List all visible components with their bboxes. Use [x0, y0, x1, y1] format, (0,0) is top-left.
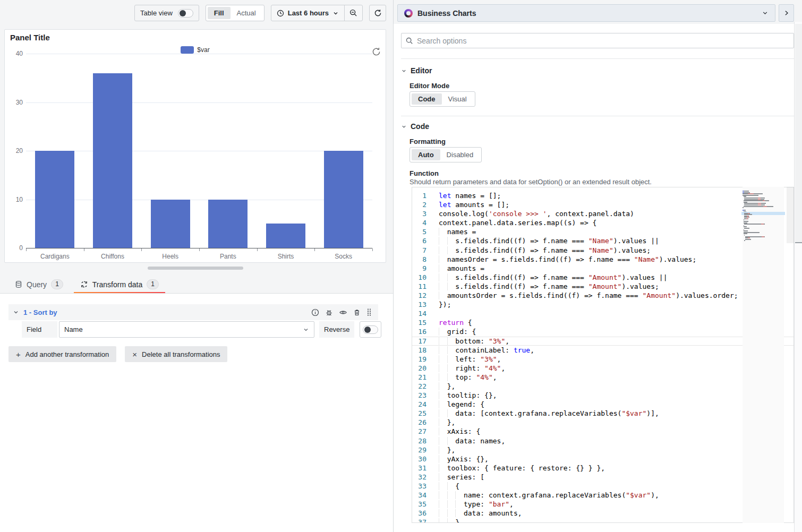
chevron-right-icon [783, 10, 790, 16]
panel-title: Panel Title [10, 33, 50, 42]
drag-handle-icon[interactable] [366, 308, 372, 316]
bar[interactable] [93, 73, 132, 248]
field-select[interactable]: Name [59, 321, 314, 338]
gridline [26, 54, 372, 54]
bar[interactable] [208, 200, 248, 248]
y-axis-tick-label: 20 [5, 147, 23, 155]
code-line: 5 names = [412, 227, 794, 236]
section-editor[interactable]: Editor [401, 66, 432, 75]
options-scrollbar[interactable] [794, 22, 802, 532]
formatting-auto[interactable]: Auto [412, 149, 440, 160]
trash-icon[interactable] [353, 308, 361, 316]
times-icon: × [132, 350, 137, 359]
reverse-toggle[interactable] [360, 321, 381, 338]
formatting-group: Auto Disabled [409, 147, 482, 162]
code-line: 27 xAxis: { [412, 427, 794, 436]
formatting-label: Formatting [409, 138, 446, 145]
time-range-button[interactable]: Last 6 hours [271, 5, 344, 21]
toggle-knob [180, 10, 186, 16]
zoom-out-button[interactable] [344, 5, 362, 21]
fill-button[interactable]: Fill [208, 7, 231, 19]
code-line: 14 [412, 309, 794, 318]
bar[interactable] [324, 151, 363, 248]
code-line: 30 yAxis: {}, [412, 454, 794, 464]
delete-all-transformations-button[interactable]: × Delete all transformations [125, 346, 227, 362]
eye-icon[interactable] [339, 308, 347, 316]
code-line: 19 left: "3%", [412, 355, 794, 364]
table-view-toggle[interactable]: Table view [134, 5, 199, 21]
actual-button[interactable]: Actual [231, 7, 262, 19]
transformation-title: 1 - Sort by [23, 308, 57, 316]
search-input[interactable] [417, 37, 789, 45]
refresh-button[interactable] [369, 5, 386, 21]
chevron-down-icon [401, 124, 407, 130]
x-axis-tick [372, 248, 373, 251]
code-line: 18 containLabel: true, [412, 346, 794, 355]
editor-scrollbar-thumb[interactable] [787, 187, 794, 243]
code-line: 32 series: [ [412, 473, 794, 482]
x-axis-tick [199, 248, 200, 251]
x-axis-label: Shirts [257, 253, 315, 260]
x-axis-label: Chiffons [84, 253, 142, 260]
legend-swatch [181, 46, 194, 54]
code-line: 8 namesOrder = s.fields.find((f) => f.na… [412, 255, 794, 264]
reverse-switch[interactable] [363, 325, 378, 334]
sort-by-options-row: Field Name Reverse [22, 321, 381, 338]
hscrollbar-thumb[interactable] [148, 267, 243, 270]
field-label: Field [22, 321, 57, 338]
code-line: 10 s.fields.find((f) => f.name === "Amou… [412, 273, 794, 282]
code-line: 16 grid: { [412, 327, 794, 336]
transformation-buttons: + Add another transformation × Delete al… [8, 346, 227, 362]
code-lines: 1let names = [];2let amounts = [];3conso… [412, 191, 794, 523]
chevron-down-icon [303, 327, 309, 333]
code-line: 34 name: context.grafana.replaceVariable… [412, 491, 794, 500]
options-search[interactable] [401, 33, 794, 48]
code-line: 24 legend: { [412, 400, 794, 409]
x-axis-label: Socks [314, 253, 372, 260]
code-line: 35 type: "bar", [412, 500, 794, 509]
panel-toolbar: Table view Fill Actual Last 6 hours [0, 4, 393, 22]
code-line: 15return { [412, 318, 794, 327]
minimap[interactable] [743, 187, 784, 523]
options-scrollbar-thumb[interactable] [795, 24, 802, 243]
x-axis-tick [314, 248, 315, 251]
bar[interactable] [35, 151, 74, 248]
clock-icon [277, 10, 284, 17]
add-transformation-button[interactable]: + Add another transformation [8, 346, 116, 362]
code-line: 4context.panel.data.series.map((s) => { [412, 218, 794, 227]
formatting-disabled[interactable]: Disabled [440, 149, 480, 160]
x-axis-tick [26, 248, 27, 251]
code-editor[interactable]: 1let names = [];2let amounts = [];3conso… [412, 187, 794, 523]
debug-icon[interactable] [325, 308, 333, 316]
collapse-options-button[interactable] [779, 4, 794, 22]
x-axis-label: Cardigans [26, 253, 84, 260]
y-axis-tick-label: 30 [5, 99, 23, 106]
chevron-down-icon [332, 10, 339, 16]
tab-transform-data[interactable]: Transform data 1 [74, 276, 165, 293]
info-icon[interactable] [311, 308, 319, 316]
transformation-header[interactable]: 1 - Sort by [8, 304, 378, 320]
x-axis-tick [84, 248, 84, 251]
function-description: Should return parameters and data for se… [409, 178, 652, 186]
magnifier-minus-icon [349, 9, 357, 17]
table-view-switch[interactable] [178, 9, 193, 18]
search-icon [406, 37, 413, 45]
chart-legend[interactable]: $var [5, 46, 386, 54]
section-code[interactable]: Code [401, 122, 429, 131]
editor-mode-code[interactable]: Code [412, 93, 442, 105]
add-transformation-label: Add another transformation [25, 350, 109, 358]
code-line: 11 s.fields.find((f) => f.name === "Amou… [412, 282, 794, 291]
bar[interactable] [151, 200, 190, 248]
sync-icon [374, 9, 382, 17]
tab-query[interactable]: Query 1 [8, 276, 70, 293]
visualization-picker[interactable]: Business Charts [397, 4, 775, 22]
chart-restore-icon[interactable] [372, 47, 381, 56]
editor-mode-visual[interactable]: Visual [442, 93, 473, 105]
process-icon [80, 280, 88, 288]
transformation-actions [311, 308, 372, 316]
code-line: 17 bottom: "3%", [412, 337, 794, 346]
chevron-down-icon [762, 10, 769, 16]
minimap-line [743, 240, 784, 241]
bar[interactable] [266, 224, 305, 248]
chevron-down-icon[interactable] [13, 309, 19, 315]
